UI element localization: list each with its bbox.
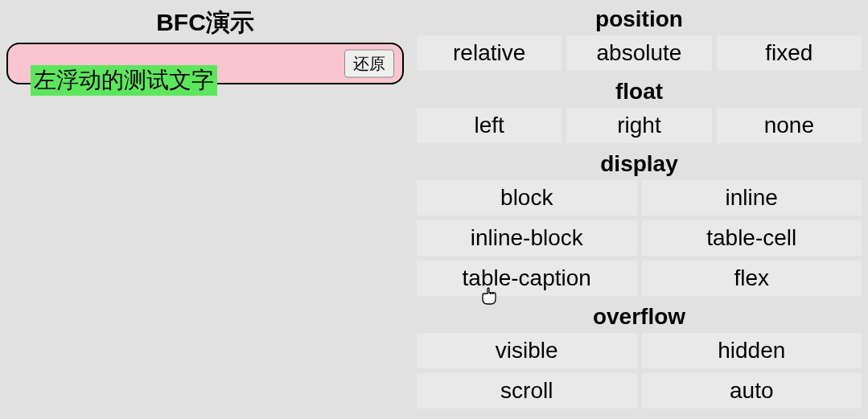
option-display-block[interactable]: block — [417, 180, 637, 216]
option-float-left[interactable]: left — [417, 108, 562, 143]
option-display-inline[interactable]: inline — [642, 180, 862, 216]
section-label-display: display — [417, 148, 862, 180]
option-display-inline-block[interactable]: inline-block — [417, 220, 637, 256]
options-panel: position relative absolute fixed float l… — [410, 0, 868, 419]
page-title: BFC演示 — [6, 6, 404, 39]
float-text: 左浮动的测试文字 — [31, 65, 217, 96]
option-position-absolute[interactable]: absolute — [566, 35, 711, 71]
option-float-right[interactable]: right — [566, 108, 711, 143]
option-overflow-hidden[interactable]: hidden — [642, 333, 862, 368]
option-display-table-caption[interactable]: table-caption — [417, 261, 637, 296]
option-position-relative[interactable]: relative — [417, 35, 562, 71]
option-overflow-auto[interactable]: auto — [642, 373, 862, 409]
option-overflow-scroll[interactable]: scroll — [417, 373, 637, 409]
demo-panel: BFC演示 还原 左浮动的测试文字 — [0, 0, 410, 419]
option-position-fixed[interactable]: fixed — [717, 35, 862, 71]
option-display-flex[interactable]: flex — [642, 261, 862, 296]
option-float-none[interactable]: none — [717, 108, 862, 143]
section-label-float: float — [417, 76, 862, 108]
option-display-table-cell[interactable]: table-cell — [642, 220, 862, 256]
reset-button[interactable]: 还原 — [344, 50, 394, 78]
section-label-overflow: overflow — [417, 301, 862, 333]
section-label-position: position — [417, 3, 862, 35]
option-overflow-visible[interactable]: visible — [417, 333, 637, 368]
